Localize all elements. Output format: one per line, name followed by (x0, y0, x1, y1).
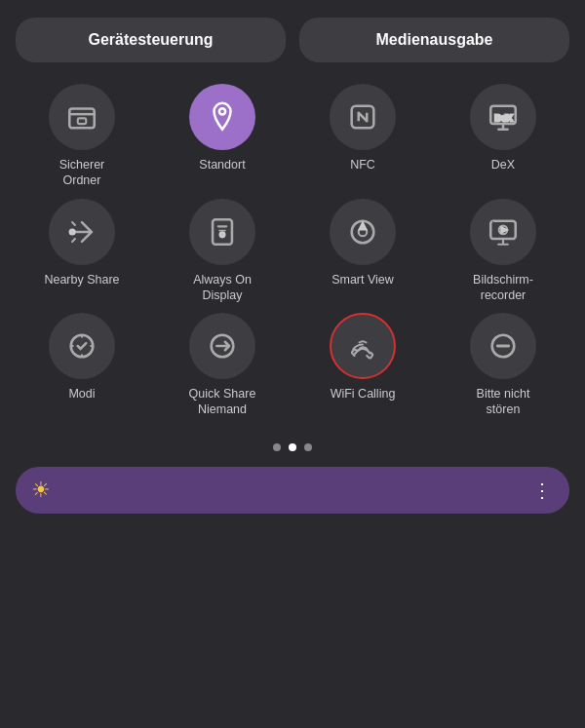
icon-bildschirm-recorder (470, 199, 536, 265)
svg-point-6 (70, 229, 74, 233)
icon-bitte-nicht-storen (470, 313, 536, 379)
grid-row-1: SichererOrdner Standort NFC DeX (16, 84, 569, 418)
aod-icon (206, 215, 239, 249)
label-smart-view: Smart View (332, 272, 394, 287)
icon-always-on-display (189, 199, 255, 265)
tile-nfc[interactable]: NFC (296, 84, 429, 189)
label-nearby-share: Nearby Share (44, 272, 119, 287)
label-nfc: NFC (350, 157, 375, 172)
icon-sicherer-ordner (49, 84, 115, 150)
medienausgabe-button[interactable]: Medienausgabe (299, 18, 569, 62)
label-always-on-display: Always OnDisplay (193, 272, 252, 304)
tile-smart-view[interactable]: Smart View (296, 199, 429, 304)
svg-point-8 (220, 232, 224, 236)
label-bitte-nicht-storen: Bitte nichtstören (477, 386, 530, 418)
dot-3 (304, 443, 312, 451)
label-quick-share: Quick ShareNiemand (189, 386, 256, 418)
tile-modi[interactable]: Modi (16, 313, 148, 418)
label-sicherer-ordner: SichererOrdner (59, 157, 105, 189)
svg-marker-11 (360, 223, 366, 229)
label-modi: Modi (68, 386, 95, 402)
icon-dex: DeX (470, 84, 536, 150)
label-standort: Standort (199, 157, 245, 172)
tile-nearby-share[interactable]: Nearby Share (16, 199, 148, 304)
dnd-icon (487, 329, 520, 363)
svg-text:DeX: DeX (495, 113, 514, 123)
dot-1 (273, 443, 281, 451)
label-wifi-calling: WiFi Calling (331, 386, 396, 402)
dot-2 (289, 443, 296, 451)
dex-icon: DeX (487, 100, 520, 134)
nfc-icon (346, 100, 379, 134)
tile-always-on-display[interactable]: Always OnDisplay (156, 199, 289, 304)
icon-smart-view (330, 199, 396, 265)
svg-marker-14 (502, 227, 506, 231)
icon-quick-share (189, 313, 255, 379)
icon-nearby-share (49, 199, 115, 265)
smartview-icon (346, 215, 379, 249)
top-buttons-row: Gerätesteuerung Medienausgabe (16, 18, 569, 62)
tile-sicherer-ordner[interactable]: SichererOrdner (16, 84, 148, 189)
tile-dex[interactable]: DeX DeX (437, 84, 569, 189)
icon-wifi-calling (330, 313, 396, 379)
label-bildschirm-recorder: Bildschirm-recorder (473, 272, 533, 304)
tile-bitte-nicht-storen[interactable]: Bitte nichtstören (437, 313, 569, 418)
nearby-icon (65, 215, 98, 249)
screenrecord-icon (487, 215, 520, 249)
location-icon (206, 100, 239, 134)
tile-wifi-calling[interactable]: WiFi Calling (296, 313, 429, 418)
geraetesteuerung-button[interactable]: Gerätesteuerung (16, 18, 286, 62)
folder-icon (65, 100, 98, 134)
icon-modi (49, 313, 115, 379)
svg-point-2 (219, 108, 225, 114)
tile-standort[interactable]: Standort (156, 84, 289, 189)
tile-bildschirm-recorder[interactable]: Bildschirm-recorder (437, 199, 569, 304)
icon-standort (189, 84, 255, 150)
icon-nfc (330, 84, 396, 150)
modi-icon (65, 329, 98, 363)
brightness-bar[interactable]: ☀ ⋮ (16, 467, 569, 514)
tile-quick-share[interactable]: Quick ShareNiemand (156, 313, 289, 418)
label-dex: DeX (491, 157, 515, 172)
svg-rect-1 (78, 118, 87, 124)
brightness-menu-icon[interactable]: ⋮ (532, 479, 554, 502)
wificalling-icon (346, 329, 379, 363)
brightness-sun-icon: ☀ (31, 478, 51, 503)
page-indicator (273, 443, 312, 451)
quickshare-icon (206, 329, 239, 363)
